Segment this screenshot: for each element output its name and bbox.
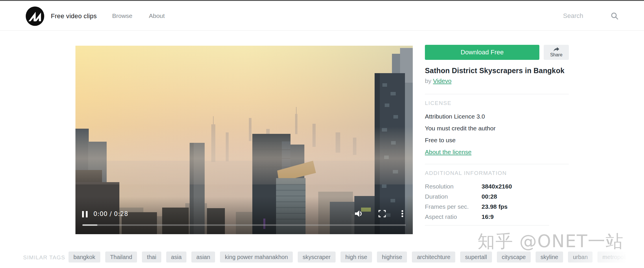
tag-pill[interactable]: skyscraper: [298, 252, 336, 263]
divider: [425, 94, 569, 94]
tags-strip: bangkok Thailand thai asia asian king po…: [69, 252, 644, 263]
nav-link-browse[interactable]: Browse: [112, 1, 132, 31]
video-title: Sathon District Skyscrapers in Bangkok: [425, 66, 569, 75]
tag-pill[interactable]: asia: [166, 252, 187, 263]
overflow-menu-button[interactable]: [398, 209, 407, 218]
info-row: Duration 00:28: [425, 191, 569, 202]
nav-link-about[interactable]: About: [149, 1, 165, 31]
tag-pill[interactable]: metropolis: [597, 252, 634, 263]
tag-pill[interactable]: asian: [191, 252, 215, 263]
kebab-icon: [398, 209, 407, 218]
similar-tags-heading: SIMILAR TAGS: [23, 254, 65, 261]
search-input[interactable]: [563, 12, 606, 20]
byline: by Videvo: [425, 77, 569, 84]
info-value: 16:9: [482, 213, 494, 220]
additional-info-heading: ADDITIONAL INFORMATION: [425, 170, 569, 176]
fullscreen-icon: [377, 209, 387, 218]
search-area: [563, 1, 619, 31]
similar-tags-row: SIMILAR TAGS bangkok Thailand thai asia …: [0, 249, 644, 266]
license-heading: LICENSE: [425, 100, 569, 106]
info-value: 00:28: [482, 193, 497, 200]
divider: [425, 164, 569, 164]
info-label: Aspect ratio: [425, 213, 482, 220]
share-icon: [553, 47, 560, 52]
tag-pill[interactable]: architechture: [412, 252, 455, 263]
divider: [425, 225, 549, 226]
info-row: Resolution 3840x2160: [425, 181, 569, 191]
tag-pill[interactable]: king power mahanakhon: [220, 252, 293, 263]
logo-icon: [23, 5, 47, 28]
tag-pill[interactable]: high rise: [340, 252, 372, 263]
pause-button[interactable]: [82, 210, 91, 218]
additional-info-table: Resolution 3840x2160 Duration 00:28 Fram…: [425, 181, 569, 222]
license-line: Attribution Licence 3.0: [425, 113, 569, 120]
author-link[interactable]: Videvo: [433, 77, 451, 84]
tag-pill[interactable]: Thailand: [105, 252, 137, 263]
info-value: 23.98 fps: [482, 203, 508, 210]
brand-title: Free video clips: [51, 12, 97, 20]
header-brand[interactable]: Free video clips: [23, 4, 97, 28]
share-button-label: Share: [550, 52, 562, 58]
license-line: You must credit the author: [425, 125, 569, 132]
video-player[interactable]: 0:00 / 0:28: [75, 46, 413, 234]
tag-pill[interactable]: thai: [142, 252, 161, 263]
info-row: Frames per sec. 23.98 fps: [425, 202, 569, 212]
download-free-button[interactable]: Download Free: [425, 45, 539, 60]
license-line: Free to use: [425, 137, 569, 144]
tag-pill[interactable]: drone: [639, 252, 644, 263]
fullscreen-button[interactable]: [377, 209, 387, 218]
share-button[interactable]: Share: [544, 45, 569, 60]
about-license-link[interactable]: About the license: [425, 149, 471, 156]
detail-panel: Download Free Share Sathon District Skys…: [425, 45, 569, 226]
pause-icon: [82, 211, 84, 217]
volume-button[interactable]: [354, 209, 363, 218]
info-label: Duration: [425, 193, 482, 200]
tag-pill[interactable]: urban: [568, 252, 593, 263]
info-row: Aspect ratio 16:9: [425, 212, 569, 222]
progress-bar[interactable]: [82, 224, 406, 226]
tag-pill[interactable]: supertall: [460, 252, 492, 263]
search-icon[interactable]: [610, 12, 619, 20]
info-value: 3840x2160: [482, 183, 512, 190]
volume-icon: [354, 209, 363, 218]
tag-pill[interactable]: bangkok: [69, 252, 100, 263]
header: Free video clips Browse About: [0, 1, 644, 31]
progress-played: [82, 224, 97, 226]
tag-pill[interactable]: cityscape: [497, 252, 531, 263]
info-label: Frames per sec.: [425, 203, 482, 210]
tag-pill[interactable]: highrise: [377, 252, 407, 263]
tag-pill[interactable]: skyline: [536, 252, 563, 263]
byline-prefix: by: [425, 77, 431, 84]
info-label: Resolution: [425, 183, 482, 190]
time-display: 0:00 / 0:28: [93, 210, 128, 217]
